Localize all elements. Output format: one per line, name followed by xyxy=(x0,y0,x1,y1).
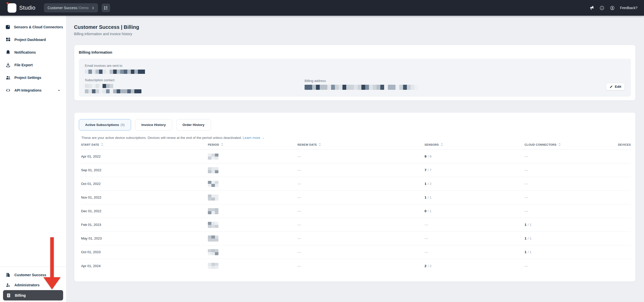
sidebar-item-label: Project Settings xyxy=(14,76,41,80)
feedback-link[interactable]: Feedback? xyxy=(620,6,637,10)
qr-scan-button[interactable] xyxy=(102,4,110,12)
redacted-billing-address xyxy=(305,85,419,90)
sidebar-item-customer-success[interactable]: Customer Success xyxy=(0,270,66,280)
cell-renew-date: — xyxy=(298,182,425,186)
column-header-renew-date[interactable]: RENEW DATE xyxy=(298,143,425,146)
sidebar-item-administrators[interactable]: Administrators xyxy=(0,280,66,290)
account-button[interactable] xyxy=(610,5,615,11)
brand-title: Studio xyxy=(19,5,35,11)
subscriptions-card: Active Subscriptions(9) Invoice History … xyxy=(74,112,636,282)
redacted-period xyxy=(208,249,218,255)
table-row: Feb 01, 2023—— 1/ 1 xyxy=(81,218,631,232)
column-header-period[interactable]: PERIOD xyxy=(208,143,298,146)
cell-renew-date: — xyxy=(298,168,425,172)
sort-icon xyxy=(101,143,103,146)
download-icon xyxy=(5,62,11,68)
sidebar-item-notifications[interactable]: Notifications xyxy=(0,46,66,59)
tab-order-history[interactable]: Order History xyxy=(176,119,211,131)
cell-period xyxy=(208,181,298,187)
cell-cloud-connectors: — xyxy=(525,209,618,213)
qr-scan-icon xyxy=(103,6,108,10)
cell-period xyxy=(208,208,298,214)
redacted-period xyxy=(208,263,218,269)
cell-sensors: 1/ 2 xyxy=(425,182,525,186)
sidebar-item-label: Notifications xyxy=(14,50,36,54)
whats-new-button[interactable] xyxy=(589,5,594,11)
tab-label: Active Subscriptions xyxy=(85,123,119,127)
redacted-period xyxy=(208,167,218,173)
redacted-period xyxy=(208,208,218,214)
cell-sensors: 9/ 9 xyxy=(425,155,525,158)
cell-renew-date: — xyxy=(298,209,425,213)
table-row: Dec 01, 2022— 0/ 1— xyxy=(81,204,631,218)
cell-renew-date: — xyxy=(298,196,425,199)
column-header-sensors[interactable]: SENSORS xyxy=(425,143,525,146)
cell-period xyxy=(208,167,298,173)
cell-start-date: Dec 01, 2022 xyxy=(81,209,208,213)
sidebar-item-file-export[interactable]: File Export xyxy=(0,59,66,71)
billing-card-title: Billing Information xyxy=(79,50,631,54)
cell-sensors: — xyxy=(425,236,525,240)
chevrons-updown-icon xyxy=(91,6,95,10)
cell-cloud-connectors: — xyxy=(525,155,618,158)
dashboard-icon xyxy=(5,37,11,42)
sidebar-item-billing[interactable]: Billing xyxy=(3,290,63,300)
tab-count: (9) xyxy=(120,123,125,127)
cell-sensors: 1/ 1 xyxy=(425,196,525,199)
sidebar-nav: Sensors & Cloud Connectors Project Dashb… xyxy=(0,21,66,97)
column-header-devices: DEVICES xyxy=(618,143,631,146)
cell-period xyxy=(208,249,298,255)
cell-start-date: May 01, 2023 xyxy=(81,236,208,240)
redacted-contact-line-1 xyxy=(85,84,116,88)
table-row: May 01, 2023—— 1/ 1 xyxy=(81,232,631,245)
subscriptions-table: START DATEPERIODRENEW DATESENSORSCLOUD C… xyxy=(81,140,631,273)
cell-start-date: Oct 01, 2022 xyxy=(81,182,208,186)
sidebar-item-api-integrations[interactable]: API Integrations xyxy=(0,84,66,97)
sidebar-item-label: Billing xyxy=(15,293,26,297)
tab-label: Order History xyxy=(183,123,205,127)
table-row: Oct 01, 2022— 1/ 2— xyxy=(81,177,631,191)
sort-icon xyxy=(441,143,443,146)
sidebar-item-project-settings[interactable]: Project Settings xyxy=(0,71,66,84)
tab-invoice-history[interactable]: Invoice History xyxy=(135,119,172,131)
page-subtitle: Billing information and invoice history xyxy=(74,32,636,36)
sidebar-item-project-dashboard[interactable]: Project Dashboard xyxy=(0,33,66,46)
redacted-period xyxy=(208,181,218,187)
cell-sensors: 2/ 2 xyxy=(425,264,525,268)
billing-address-label: Billing address xyxy=(305,79,419,83)
info-icon xyxy=(599,5,605,11)
cell-start-date: Feb 01, 2023 xyxy=(81,223,208,227)
project-selector[interactable]: Customer Success/Demo xyxy=(44,3,98,12)
table-row: Apr 01, 2024— 2/ 2— xyxy=(81,259,631,273)
edit-billing-button[interactable]: Edit xyxy=(606,83,625,90)
arrow-right-icon: → xyxy=(261,136,265,140)
cell-start-date: Oct 01, 2023 xyxy=(81,250,208,254)
sidebar-item-sensors-cloud-connectors[interactable]: Sensors & Cloud Connectors xyxy=(0,21,66,33)
sort-icon xyxy=(221,143,223,146)
cell-renew-date: — xyxy=(298,236,425,240)
billing-information-card: Billing Information Email invoices are s… xyxy=(74,45,636,101)
megaphone-icon xyxy=(589,5,594,11)
tab-active-subscriptions[interactable]: Active Subscriptions(9) xyxy=(79,119,131,131)
table-row: Nov 01, 2022— 1/ 1— xyxy=(81,191,631,204)
redacted-period xyxy=(208,222,218,228)
code-icon xyxy=(5,88,11,93)
column-header-cloud-connectors[interactable]: CLOUD CONNECTORS xyxy=(525,143,618,146)
people-icon xyxy=(5,75,11,80)
learn-more-link[interactable]: Learn more→ xyxy=(243,136,265,140)
redacted-contact-line-2 xyxy=(85,89,141,93)
cell-renew-date: — xyxy=(298,264,425,268)
building-icon xyxy=(5,272,11,277)
billing-tabs: Active Subscriptions(9) Invoice History … xyxy=(79,119,631,131)
help-button[interactable] xyxy=(599,5,605,11)
cell-period xyxy=(208,235,298,242)
table-header-row: START DATEPERIODRENEW DATESENSORSCLOUD C… xyxy=(81,140,631,150)
email-invoices-label: Email invoices are sent to xyxy=(85,64,305,68)
table-row: Oct 01, 2023—— 1/ 1 xyxy=(81,245,631,259)
billing-details-panel: Email invoices are sent to Subscription … xyxy=(79,59,631,97)
cell-cloud-connectors: — xyxy=(525,264,618,268)
sidebar-item-label: API Integrations xyxy=(14,88,41,92)
table-row: Sep 01, 2022— 7/ 7— xyxy=(81,163,631,177)
column-header-start-date[interactable]: START DATE xyxy=(81,143,208,146)
subscription-contact-label: Subscription contact xyxy=(85,78,305,82)
